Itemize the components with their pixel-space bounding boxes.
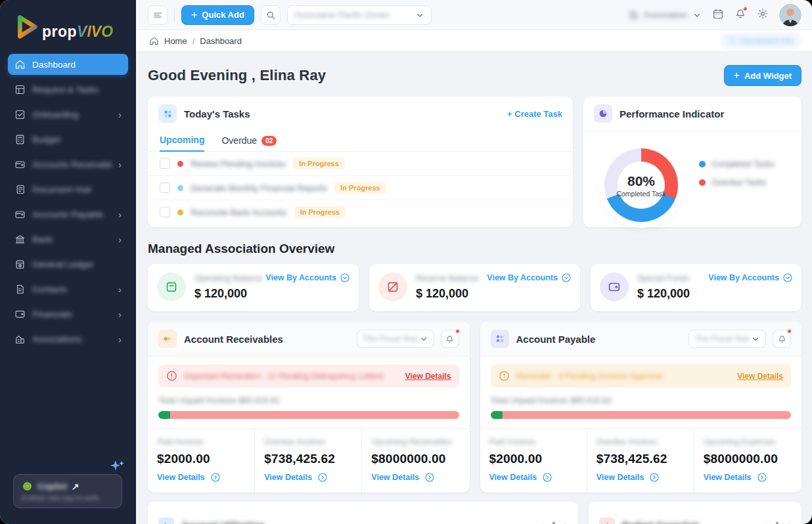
topbar: + Quick Add Association Pacific Ocean As…	[136, 0, 812, 30]
sidebar-item-financials[interactable]: Financials ›	[8, 303, 128, 324]
card-notifications-button[interactable]	[441, 330, 459, 348]
notification-dot	[743, 7, 748, 11]
chevron-down-circle-icon	[340, 273, 350, 283]
search-button[interactable]	[261, 5, 281, 25]
stat-label: Upcoming Expenses	[704, 437, 792, 447]
chevron-down-circle-icon	[782, 273, 793, 283]
breadcrumb-home[interactable]: Home	[164, 36, 187, 46]
stat-label: Paid Invoices	[157, 437, 245, 447]
association-selector-value: Association Pacific Ocean	[294, 11, 390, 20]
sidebar-item-bank[interactable]: Bank ›	[8, 229, 128, 250]
view-details-link[interactable]: View Details	[157, 472, 245, 483]
file-icon	[14, 284, 26, 295]
stat-upcoming-receivables: Upcoming Receivables $8000000.00 View De…	[362, 429, 469, 492]
task-checkbox[interactable]	[160, 207, 170, 217]
view-details-link[interactable]: View Details	[264, 472, 352, 483]
task-checkbox[interactable]	[160, 183, 170, 193]
notification-dot	[787, 329, 792, 334]
menu-button[interactable]	[148, 5, 168, 25]
warning-icon	[499, 370, 510, 382]
quick-add-button[interactable]: + Quick Add	[181, 5, 254, 25]
sidebar-item-requests-tasks[interactable]: Request & Tasks	[8, 79, 128, 100]
dashboard-info-chip[interactable]: ⓘ Dashboard Info	[721, 33, 801, 49]
alert-view-details-link[interactable]: View Details	[405, 372, 451, 381]
card-icon	[157, 273, 186, 301]
account-receivables-card: Account Receivables This Fiscal Year	[148, 322, 470, 492]
fiscal-year-select[interactable]: This Fiscal Year	[357, 330, 434, 348]
tab-upcoming[interactable]: Upcoming	[160, 135, 204, 152]
plus-icon: +	[734, 70, 740, 81]
tab-overdue[interactable]: Overdue 02	[221, 135, 277, 152]
task-label[interactable]: Generate Monthly Financial Reports	[191, 183, 327, 193]
association-selector[interactable]: Association Pacific Ocean	[287, 5, 432, 25]
receivables-title: Account Receivables	[184, 334, 283, 345]
warning-icon	[166, 370, 177, 382]
page-next-button[interactable]: ›	[788, 519, 791, 524]
bottom-card-title: Budget Snapshot	[622, 520, 698, 524]
card-icon	[600, 273, 629, 301]
sidebar-item-document-hub[interactable]: Document Hub	[8, 179, 128, 200]
account-utilization-card: Account Utilization ‹ 1 ›	[148, 502, 578, 524]
building-icon	[628, 9, 639, 20]
task-label[interactable]: Reconcile Bank Accounts	[191, 207, 287, 217]
todays-tasks-card: Today's Tasks + Create Task Upcoming Ove…	[148, 97, 573, 227]
sidebar-item-budget[interactable]: Budget	[8, 129, 128, 150]
stat-value: $738,425.62	[597, 452, 685, 466]
alert-view-details-link[interactable]: View Details	[737, 372, 783, 381]
balance-label: Reserve Balance	[416, 274, 478, 283]
sidebar-item-contacts[interactable]: Contacts ›	[8, 278, 128, 299]
table-icon	[14, 84, 26, 95]
view-details-link[interactable]: View Details	[597, 472, 685, 483]
app-window: propVIVO Dashboard Request & Tasks Onboa…	[0, 0, 812, 524]
settings-button[interactable]	[757, 8, 769, 22]
notifications-button[interactable]	[734, 8, 746, 22]
arrow-up-right-icon: ↗	[72, 481, 79, 492]
card-notifications-button[interactable]	[773, 330, 791, 348]
donut-center-value: 80%	[627, 173, 655, 189]
sidebar-item-label: Document Hub	[32, 185, 122, 194]
task-status-badge: In Progress	[334, 182, 386, 194]
task-checkbox[interactable]	[160, 158, 170, 169]
sidebar-item-accounts-receivable[interactable]: Accounts Receivable ›	[8, 154, 128, 175]
chevron-right-icon: ›	[118, 234, 122, 244]
legend-dot-overdue	[699, 179, 706, 186]
performance-donut-wrap: 80% Completed Task	[599, 143, 683, 227]
priority-dot-yellow	[177, 209, 183, 215]
org-selector[interactable]: Association	[628, 9, 702, 20]
brand-name-vivo: VIVO	[77, 23, 113, 40]
fiscal-year-select[interactable]: This Fiscal Year	[688, 330, 766, 348]
sidebar-item-general-ledger[interactable]: General Ledger	[8, 253, 128, 274]
progress-fill	[158, 411, 170, 419]
stat-label: Paid Invoices	[489, 437, 577, 447]
user-avatar[interactable]	[779, 4, 801, 26]
sidebar-item-accounts-payable[interactable]: Accounts Payable ›	[8, 204, 128, 225]
bell-icon	[445, 334, 455, 344]
sidebar-item-onboarding[interactable]: Onboarding ›	[8, 104, 128, 125]
hamburger-icon	[152, 10, 163, 20]
create-task-button[interactable]: + Create Task	[507, 109, 562, 119]
view-by-accounts-link[interactable]: View By Accounts	[265, 273, 350, 283]
payables-stats: Paid Invoices $2000.00 View Details Over…	[480, 428, 802, 492]
page-next-button[interactable]: ›	[564, 519, 568, 524]
calendar-button[interactable]	[712, 8, 724, 22]
view-details-link[interactable]: View Details	[371, 472, 460, 483]
brand-logo: propVIVO	[8, 11, 128, 54]
copilot-widget[interactable]: Copilot ↗ A whole new way to work	[13, 474, 122, 508]
chevron-right-icon: ›	[118, 110, 122, 120]
page-prev-button[interactable]: ‹	[763, 519, 767, 524]
task-label[interactable]: Review Pending Invoices	[191, 159, 286, 169]
fiscal-year-value: This Fiscal Year	[694, 334, 750, 343]
sidebar-item-associations[interactable]: Associations ›	[8, 328, 128, 349]
sidebar-item-dashboard[interactable]: Dashboard	[8, 54, 128, 75]
stat-overdue-invoices: Overdue Invoices $738,425.62 View Detail…	[255, 429, 362, 492]
view-details-link[interactable]: View Details	[489, 472, 577, 483]
sidebar-item-label: Onboarding	[32, 110, 112, 120]
view-by-accounts-link[interactable]: View By Accounts	[708, 273, 793, 283]
add-widget-button[interactable]: + Add Widget	[724, 65, 801, 86]
view-details-link[interactable]: View Details	[704, 472, 792, 483]
view-by-accounts-link[interactable]: View By Accounts	[487, 273, 572, 283]
stat-label: Overdue Invoices	[597, 437, 685, 447]
page-prev-button[interactable]: ‹	[540, 519, 543, 524]
legend-label-overdue: Overdue Tasks	[711, 178, 766, 187]
priority-dot-blue	[177, 185, 183, 191]
